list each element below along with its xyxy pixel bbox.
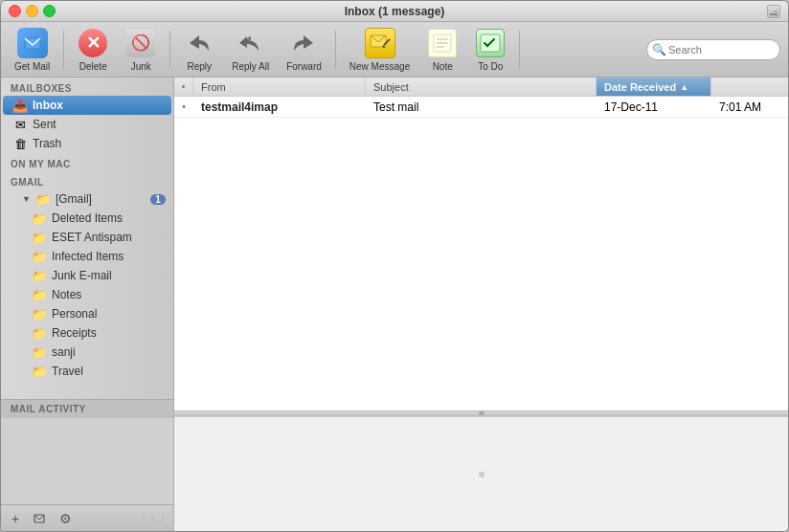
sidebar-scroll: MAILBOXES 📥 Inbox ✉ Sent 🗑 Trash ON MY M…: [1, 78, 173, 399]
reply-label: Reply: [187, 61, 212, 72]
email-list: • testmail4imap Test mail 17-Dec-11 7:01…: [174, 97, 788, 410]
sidebar-item-inbox-label: Inbox: [33, 99, 166, 112]
col-date-received[interactable]: Date Received ▲: [597, 78, 711, 96]
col-dot[interactable]: •: [174, 78, 193, 96]
sidebar-item-receipts[interactable]: 📁 Receipts: [3, 323, 171, 343]
notes-folder-icon: 📁: [32, 288, 47, 302]
sidebar-item-gmail-root[interactable]: ▼ 📁 [Gmail] 1: [3, 189, 171, 209]
todo-button[interactable]: To Do: [469, 24, 511, 76]
eset-antispam-icon: 📁: [32, 231, 47, 245]
sidebar-item-infected-items-label: Infected Items: [52, 250, 166, 263]
reply-all-label: Reply All: [232, 61, 269, 72]
gmail-folder-icon: 📁: [35, 192, 51, 207]
sidebar-item-personal[interactable]: 📁 Personal: [3, 304, 171, 323]
reply-button[interactable]: Reply: [178, 24, 220, 76]
search-box: 🔍: [646, 39, 780, 60]
sidebar-item-trash[interactable]: 🗑 Trash: [3, 134, 171, 153]
new-message-label: New Message: [349, 61, 410, 72]
junk-email-icon: 📁: [32, 269, 47, 283]
gmail-badge: 1: [150, 194, 166, 205]
email-pane: • From Subject Date Received ▲ • testmai…: [174, 78, 788, 531]
svg-rect-1: [774, 11, 778, 12]
toolbar-separator-2: [169, 31, 170, 69]
get-mail-icon: [17, 28, 48, 58]
on-my-mac-header: ON MY MAC: [1, 153, 173, 171]
sidebar-item-deleted-items[interactable]: 📁 Deleted Items: [3, 209, 171, 228]
email-subject: Test mail: [366, 100, 597, 114]
sidebar-item-inbox[interactable]: 📥 Inbox: [3, 96, 171, 115]
col-from[interactable]: From: [193, 78, 366, 96]
col-date-received-label: Date Received: [604, 81, 676, 93]
sidebar-item-junk-email-label: Junk E-mail: [52, 269, 166, 282]
personal-icon: 📁: [32, 307, 47, 321]
email-date: 17-Dec-11: [597, 100, 711, 114]
drag-handle: ⋮⋮⋮: [139, 513, 168, 523]
sidebar-bottom-bar: + ⚙ ⋮⋮⋮: [1, 504, 173, 531]
get-mail-button[interactable]: Get Mail: [9, 24, 56, 76]
receipts-icon: 📁: [32, 326, 47, 341]
col-subject-label: Subject: [373, 81, 409, 93]
new-message-button[interactable]: New Message: [344, 24, 416, 76]
reply-icon: [184, 28, 214, 58]
email-column-headers: • From Subject Date Received ▲: [174, 78, 788, 97]
maximize-button[interactable]: [43, 5, 56, 17]
add-mailbox-button[interactable]: +: [7, 510, 24, 527]
sidebar-item-personal-label: Personal: [52, 307, 166, 321]
search-wrapper: 🔍: [646, 39, 780, 60]
note-button[interactable]: Note: [421, 24, 463, 76]
search-input[interactable]: [646, 39, 780, 60]
col-time[interactable]: [711, 78, 788, 96]
infected-items-icon: 📁: [32, 250, 47, 264]
sidebar-item-notes-label: Notes: [52, 288, 166, 301]
sidebar-item-sent-label: Sent: [33, 118, 166, 131]
preview-dot: [479, 472, 485, 477]
window-title: Inbox (1 message): [345, 5, 445, 18]
sidebar-item-eset-antispam-label: ESET Antispam: [52, 231, 166, 244]
forward-label: Forward: [286, 61, 322, 72]
forward-button[interactable]: Forward: [281, 24, 327, 76]
collapse-triangle-icon: ▼: [22, 194, 31, 204]
svg-rect-0: [770, 13, 778, 15]
email-time: 7:01 AM: [711, 100, 788, 114]
sidebar-item-notes[interactable]: 📁 Notes: [3, 285, 171, 304]
toolbar: Get Mail ✕ Delete 🚫 Junk: [1, 22, 788, 78]
titlebar: Inbox (1 message): [1, 1, 788, 22]
compose-button[interactable]: [32, 510, 49, 527]
sidebar-item-receipts-label: Receipts: [52, 326, 166, 340]
todo-label: To Do: [478, 61, 503, 72]
sidebar-item-sanji[interactable]: 📁 sanji: [3, 343, 171, 362]
inbox-icon: 📥: [12, 99, 28, 113]
note-icon: [427, 28, 458, 58]
email-unread-dot: •: [174, 101, 193, 112]
mailboxes-header: MAILBOXES: [1, 78, 173, 96]
delete-button[interactable]: ✕ Delete: [72, 24, 114, 76]
sidebar-item-sanji-label: sanji: [52, 345, 166, 359]
toolbar-separator-3: [335, 31, 336, 69]
minimize-button[interactable]: [26, 5, 38, 17]
close-button[interactable]: [9, 5, 21, 17]
forward-icon: [288, 28, 319, 58]
new-message-icon: [365, 28, 395, 58]
delete-icon: ✕: [78, 28, 108, 58]
sent-icon: ✉: [12, 118, 28, 132]
sort-arrow-icon: ▲: [680, 82, 688, 92]
settings-button[interactable]: ⚙: [56, 510, 74, 527]
resize-dot: [479, 411, 485, 415]
sidebar-item-junk-email[interactable]: 📁 Junk E-mail: [3, 266, 171, 285]
sidebar: MAILBOXES 📥 Inbox ✉ Sent 🗑 Trash ON MY M…: [1, 78, 174, 531]
travel-icon: 📁: [32, 365, 47, 379]
trash-icon: 🗑: [12, 137, 28, 151]
col-subject[interactable]: Subject: [366, 78, 597, 96]
sidebar-item-travel[interactable]: 📁 Travel: [3, 362, 171, 381]
reply-all-button[interactable]: Reply All: [226, 24, 275, 76]
deleted-items-icon: 📁: [32, 211, 47, 226]
junk-label: Junk: [131, 61, 151, 72]
sidebar-item-infected-items[interactable]: 📁 Infected Items: [3, 247, 171, 266]
junk-button[interactable]: 🚫 Junk: [120, 24, 162, 76]
sanji-icon: 📁: [32, 345, 47, 360]
sidebar-item-travel-label: Travel: [52, 365, 166, 378]
sidebar-item-eset-antispam[interactable]: 📁 ESET Antispam: [3, 228, 171, 247]
email-row[interactable]: • testmail4imap Test mail 17-Dec-11 7:01…: [174, 97, 788, 118]
resize-button[interactable]: [767, 5, 780, 18]
sidebar-item-sent[interactable]: ✉ Sent: [3, 115, 171, 134]
